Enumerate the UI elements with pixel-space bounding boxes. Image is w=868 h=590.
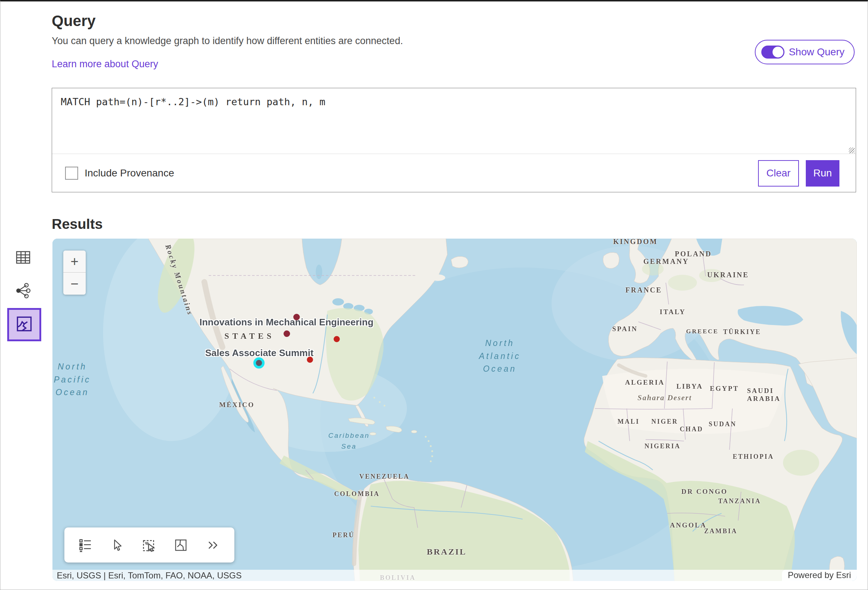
toggle-switch-icon [761, 46, 784, 59]
graph-view-button[interactable] [15, 283, 31, 300]
include-provenance-label: Include Provenance [85, 167, 174, 179]
map-legend-icon[interactable] [77, 537, 94, 553]
page-title: Query [52, 12, 96, 30]
query-actions-row: Include Provenance Clear Run [52, 154, 856, 192]
results-title: Results [52, 216, 103, 232]
map-point[interactable] [254, 357, 265, 369]
map-icon [16, 316, 32, 334]
map-point[interactable] [293, 314, 300, 320]
run-button[interactable]: Run [806, 160, 840, 187]
map-event-label: Sales Associate Summit [205, 347, 314, 358]
toggle-knob [772, 47, 783, 58]
map-toolbar [64, 528, 234, 562]
map-attribution-bar: Esri, USGS | Esri, TomTom, FAO, NOAA, US… [52, 570, 857, 581]
clear-button[interactable]: Clear [758, 160, 799, 187]
graph-icon [15, 294, 31, 300]
table-icon [16, 260, 30, 265]
map-point[interactable] [307, 357, 313, 363]
learn-more-link[interactable]: Learn more about Query [52, 59, 158, 70]
query-input[interactable]: MATCH path=(n)-[r*..2]->(m) return path,… [52, 88, 856, 154]
map-point[interactable] [283, 330, 290, 337]
expand-toolbar-icon[interactable] [204, 538, 222, 552]
select-features-icon[interactable] [141, 537, 157, 553]
zoom-in-button[interactable]: + [63, 251, 86, 273]
include-provenance-checkbox[interactable] [65, 167, 78, 180]
pointer-icon[interactable] [109, 537, 125, 553]
zoom-out-button[interactable]: − [63, 273, 86, 295]
map-point[interactable] [334, 336, 340, 342]
page-description: You can query a knowledge graph to ident… [52, 35, 403, 47]
show-query-label: Show Query [789, 46, 844, 58]
draw-select-icon[interactable] [173, 537, 189, 553]
map-view-button[interactable] [7, 308, 41, 341]
include-provenance-row[interactable]: Include Provenance [65, 167, 174, 180]
map-zoom-control: + − [63, 251, 86, 295]
table-view-button[interactable] [16, 251, 30, 265]
map-event-label: Innovations in Mechanical Engineering [199, 317, 373, 328]
powered-by-esri: Powered by Esri [782, 570, 857, 581]
results-map[interactable]: KINGDOMPOLANDGERMANYUKRAINEFRANCEITALYSP… [52, 239, 857, 581]
show-query-toggle[interactable]: Show Query [755, 40, 855, 64]
query-panel: MATCH path=(n)-[r*..2]->(m) return path,… [52, 88, 856, 192]
map-attribution: Esri, USGS | Esri, TomTom, FAO, NOAA, US… [52, 571, 246, 581]
textarea-resize-grip[interactable] [849, 148, 855, 153]
